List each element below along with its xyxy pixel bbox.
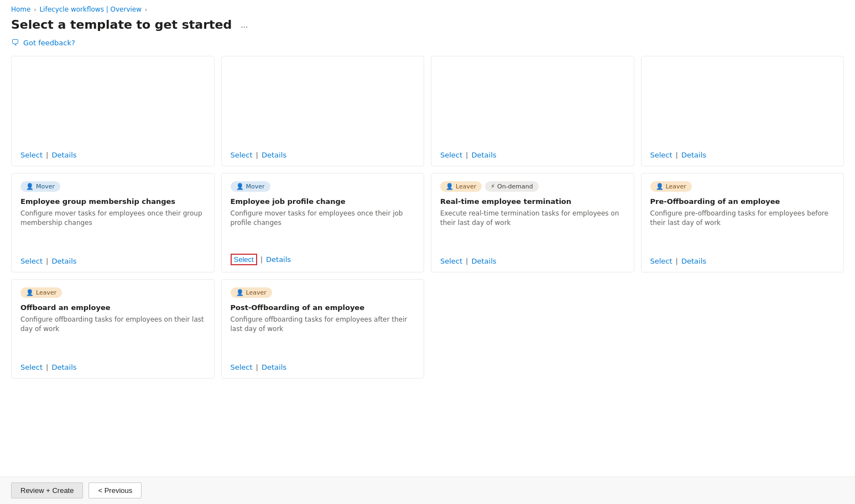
card-separator: |	[46, 363, 48, 371]
badge-label: Mover	[36, 183, 55, 190]
card-5: 👤 Mover Employee group membership change…	[11, 173, 215, 272]
card-4: Select | Details	[641, 56, 844, 166]
badge-icon: 👤	[236, 289, 244, 296]
select-link[interactable]: Select	[20, 363, 43, 371]
card-description: Configure pre-offboarding tasks for empl…	[650, 209, 835, 230]
card-actions: Select | Details	[20, 363, 205, 371]
card-actions: Select | Details	[231, 254, 415, 265]
select-link[interactable]: Select	[20, 151, 43, 159]
previous-button[interactable]: < Previous	[88, 482, 142, 498]
card-title: Post-Offboarding of an employee	[231, 303, 415, 312]
badge-label: Leaver	[456, 183, 476, 190]
badge-label: Leaver	[36, 289, 56, 296]
select-link[interactable]: Select	[440, 257, 462, 265]
badge-mover: 👤 Mover	[231, 181, 270, 192]
badge-leaver: 👤 Leaver	[440, 181, 482, 192]
card-actions: Select | Details	[20, 257, 205, 265]
details-link[interactable]: Details	[262, 151, 286, 159]
card-title: Offboard an employee	[20, 303, 205, 312]
details-link[interactable]: Details	[472, 151, 497, 159]
breadcrumb-section[interactable]: Lifecycle workflows | Overview	[39, 6, 142, 13]
select-link[interactable]: Select	[650, 257, 672, 265]
breadcrumb-chevron-2: ›	[145, 7, 147, 13]
select-link[interactable]: Select	[440, 151, 462, 159]
card-separator: |	[466, 257, 468, 265]
card-1: Select | Details	[11, 56, 215, 166]
breadcrumb-home[interactable]: Home	[11, 6, 30, 13]
card-title: Pre-Offboarding of an employee	[650, 197, 835, 206]
feedback-icon: 🗨	[11, 38, 19, 47]
card-8: 👤 Leaver Pre-Offboarding of an employeeC…	[641, 173, 844, 272]
card-title: Employee job profile change	[231, 197, 415, 206]
badge-icon: ⚡	[491, 183, 495, 190]
card-description: Configure offboarding tasks for employee…	[231, 315, 415, 336]
select-link[interactable]: Select	[231, 151, 253, 159]
card-9: 👤 Leaver Offboard an employeeConfigure o…	[11, 279, 215, 379]
card-badges: 👤 Mover	[231, 181, 415, 192]
details-link[interactable]: Details	[681, 257, 706, 265]
select-link[interactable]: Select	[20, 257, 43, 265]
card-description: Configure mover tasks for employees once…	[20, 209, 205, 230]
card-badges: 👤 Mover	[20, 181, 205, 192]
feedback-bar[interactable]: 🗨 Got feedback?	[0, 36, 855, 53]
card-separator: |	[260, 255, 263, 264]
details-link[interactable]: Details	[52, 257, 77, 265]
card-actions: Select | Details	[20, 151, 205, 159]
card-actions: Select | Details	[650, 257, 835, 265]
card-separator: |	[46, 151, 48, 159]
card-title: Real-time employee termination	[440, 197, 625, 206]
more-options-button[interactable]: ...	[237, 19, 251, 31]
card-3: Select | Details	[431, 56, 634, 166]
card-6: 👤 Mover Employee job profile changeConfi…	[221, 173, 425, 272]
card-description: Configure offboarding tasks for employee…	[20, 315, 205, 336]
card-description: Configure mover tasks for employees once…	[231, 209, 415, 228]
badge-label: Leaver	[246, 289, 267, 296]
card-separator: |	[256, 151, 258, 159]
card-separator: |	[46, 257, 48, 265]
badge-icon: 👤	[26, 289, 34, 296]
select-link[interactable]: Select	[650, 151, 672, 159]
details-link[interactable]: Details	[266, 255, 291, 264]
card-separator: |	[676, 257, 678, 265]
bottom-bar: Review + Create < Previous	[0, 476, 855, 504]
select-link[interactable]: Select	[231, 363, 253, 371]
card-separator: |	[466, 151, 468, 159]
card-badges: 👤 Leaver	[231, 287, 415, 298]
details-link[interactable]: Details	[52, 363, 77, 371]
card-title: Employee group membership changes	[20, 197, 205, 206]
badge-leaver: 👤 Leaver	[20, 287, 62, 298]
badge-label: Leaver	[666, 183, 686, 190]
details-link[interactable]: Details	[472, 257, 497, 265]
badge-label: On-demand	[497, 183, 533, 190]
card-description: Execute real-time termination tasks for …	[440, 209, 625, 230]
badge-icon: 👤	[26, 183, 34, 190]
breadcrumb-chevron-1: ›	[34, 7, 36, 13]
card-badges: 👤 Leaver ⚡ On-demand	[440, 181, 625, 192]
select-highlighted-button[interactable]: Select	[231, 254, 257, 265]
details-link[interactable]: Details	[681, 151, 706, 159]
card-actions: Select | Details	[440, 151, 625, 159]
card-7: 👤 Leaver ⚡ On-demand Real-time employee …	[431, 173, 634, 272]
badge-on-demand: ⚡ On-demand	[485, 181, 539, 192]
card-separator: |	[676, 151, 678, 159]
badge-mover: 👤 Mover	[20, 181, 60, 192]
page-title-row: Select a template to get started ...	[0, 15, 855, 36]
details-link[interactable]: Details	[52, 151, 77, 159]
card-2: Select | Details	[221, 56, 425, 166]
card-badges: 👤 Leaver	[650, 181, 835, 192]
badge-leaver: 👤 Leaver	[650, 181, 692, 192]
badge-icon: 👤	[236, 183, 244, 190]
badge-icon: 👤	[656, 183, 664, 190]
review-create-button[interactable]: Review + Create	[11, 482, 83, 498]
feedback-label: Got feedback?	[23, 39, 75, 47]
card-separator: |	[256, 363, 258, 371]
badge-label: Mover	[246, 183, 265, 190]
card-badges: 👤 Leaver	[20, 287, 205, 298]
badge-icon: 👤	[446, 183, 453, 190]
card-grid: Select | DetailsSelect | DetailsSelect |…	[0, 53, 855, 476]
card-actions: Select | Details	[440, 257, 625, 265]
card-10: 👤 Leaver Post-Offboarding of an employee…	[221, 279, 425, 379]
details-link[interactable]: Details	[262, 363, 286, 371]
page-title: Select a template to get started	[11, 18, 232, 32]
card-actions: Select | Details	[650, 151, 835, 159]
